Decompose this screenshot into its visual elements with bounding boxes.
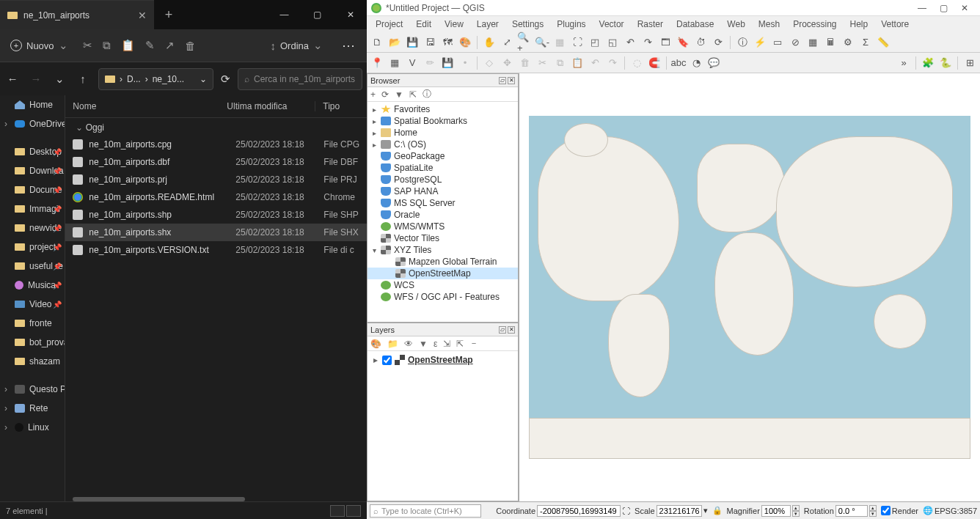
browser-item[interactable]: MS SQL Server	[368, 197, 518, 209]
new-map-icon[interactable]: 🗔	[658, 35, 673, 50]
menu-view[interactable]: View	[439, 18, 469, 31]
measure-icon[interactable]: 📏	[876, 35, 891, 50]
browser-item[interactable]: GeoPackage	[368, 150, 518, 162]
group-header[interactable]: Oggi	[65, 118, 367, 136]
file-row[interactable]: ne_10m_airports.shx25/02/2023 18:18File …	[65, 224, 367, 241]
pan-icon[interactable]: ✋	[482, 35, 497, 50]
zoom-in-icon[interactable]: 🔍+	[517, 35, 532, 50]
mag-input[interactable]	[761, 505, 791, 517]
browser-item[interactable]: SAP HANA	[368, 185, 518, 197]
plugin-icon[interactable]: 🧩	[921, 56, 935, 70]
add-group-icon[interactable]: 📁	[387, 339, 398, 349]
diagram-icon[interactable]: ◔	[689, 56, 703, 70]
add-vector-icon[interactable]: 📍	[370, 56, 384, 70]
digitize-icon[interactable]: ◌	[629, 56, 644, 70]
browser-item[interactable]: Mapzen Global Terrain	[368, 256, 518, 268]
zoom-last-icon[interactable]: ↶	[623, 35, 637, 50]
select-icon[interactable]: ▭	[770, 35, 785, 50]
recent-button[interactable]: ⌄	[51, 73, 67, 86]
file-row[interactable]: ne_10m_airports.dbf25/02/2023 18:18File …	[65, 153, 367, 171]
chevron-down-icon[interactable]: ▾	[703, 506, 708, 515]
close-button[interactable]: ✕	[961, 3, 968, 13]
spin-up-icon[interactable]: ▲	[869, 505, 877, 511]
refresh-browser-icon[interactable]: ⟳	[381, 89, 389, 100]
browser-item[interactable]: ▸C:\ (OS)	[368, 139, 518, 150]
menu-mesh[interactable]: Mesh	[753, 18, 786, 31]
zoom-layer-icon[interactable]: ◱	[605, 35, 620, 50]
deselect-icon[interactable]: ⊘	[788, 35, 802, 50]
menu-raster[interactable]: Raster	[632, 18, 669, 31]
processing-icon[interactable]: ⚙	[841, 35, 855, 50]
layout-icon[interactable]: 🗺	[440, 35, 455, 50]
spin-up-icon[interactable]: ▲	[792, 505, 800, 511]
browser-item[interactable]: OpenStreetMap	[368, 268, 518, 279]
snap-icon[interactable]: 🧲	[647, 56, 662, 70]
file-row[interactable]: ne_10m_airports.VERSION.txt25/02/2023 18…	[65, 241, 367, 259]
zoom-selection-icon[interactable]: ◰	[588, 35, 602, 50]
expand-icon[interactable]: ▸	[372, 355, 379, 365]
action-icon[interactable]: ⚡	[753, 35, 767, 50]
spin-down-icon[interactable]: ▼	[869, 511, 877, 517]
nav-item[interactable]: Desktop📌	[0, 142, 65, 161]
crs-field[interactable]: 🌐 EPSG:3857	[923, 506, 977, 515]
temporal-icon[interactable]: ⏱	[693, 35, 708, 50]
file-row[interactable]: ne_10m_airports.cpg25/02/2023 18:18File …	[65, 136, 367, 153]
browser-item[interactable]: WCS	[368, 279, 518, 291]
nav-item[interactable]: Linux	[0, 418, 65, 437]
sort-button[interactable]: ↕ Ordina ⌄	[266, 36, 327, 55]
nav-item[interactable]: OneDrive -	[0, 114, 65, 133]
browser-item[interactable]: WMS/WMTS	[368, 221, 518, 232]
close-window-button[interactable]: ✕	[334, 0, 367, 29]
pan-to-selection-icon[interactable]: ⤢	[500, 35, 514, 50]
browser-item[interactable]: ▸Home	[368, 127, 518, 139]
nav-item[interactable]: useful re📌	[0, 257, 65, 276]
zoom-out-icon[interactable]: 🔍-	[535, 35, 549, 50]
rename-icon[interactable]: ✎	[145, 39, 155, 52]
style-icon[interactable]: 🎨	[458, 35, 472, 50]
nav-item[interactable]: Rete	[0, 399, 65, 418]
nav-item[interactable]: Musica📌	[0, 276, 65, 295]
lock-scale-icon[interactable]: 🔒	[712, 506, 723, 515]
nav-item[interactable]: Video📌	[0, 295, 65, 314]
more-button[interactable]: ⋯	[342, 37, 356, 54]
minimize-button[interactable]: —	[918, 3, 926, 13]
vertex-icon[interactable]: ◇	[482, 56, 497, 70]
menu-plugins[interactable]: Plugins	[551, 18, 591, 31]
browser-item[interactable]: SpatiaLite	[368, 162, 518, 174]
menu-layer[interactable]: Layer	[471, 18, 505, 31]
menu-web[interactable]: Web	[721, 18, 750, 31]
menu-database[interactable]: Database	[670, 18, 720, 31]
close-panel-icon[interactable]: ✕	[508, 77, 515, 84]
save-icon[interactable]: 💾	[405, 35, 420, 50]
render-checkbox[interactable]	[881, 506, 891, 515]
paste-feature-icon[interactable]: 📋	[570, 56, 585, 70]
nav-item[interactable]: Home	[0, 95, 65, 114]
nav-item[interactable]: Questo PC	[0, 380, 65, 399]
browser-item[interactable]: ▸Spatial Bookmarks	[368, 115, 518, 127]
collapse-all-icon[interactable]: ⇱	[456, 339, 464, 349]
maximize-button[interactable]: ▢	[301, 0, 334, 29]
browser-item[interactable]: Vector Tiles	[368, 232, 518, 244]
col-name[interactable]: Nome	[73, 101, 227, 111]
expand-icon[interactable]: ▸	[370, 141, 378, 149]
add-layer-icon[interactable]: +	[370, 89, 376, 100]
save-as-icon[interactable]: 🖫	[423, 35, 437, 50]
layer-visibility-checkbox[interactable]	[382, 356, 392, 365]
locator-input[interactable]: ⌕ Type to locate (Ctrl+K)	[370, 504, 481, 518]
redo-icon[interactable]: ↷	[605, 56, 620, 70]
scale-input[interactable]	[657, 505, 702, 517]
search-box[interactable]: ⌕ Cerca in ne_10m_airports	[238, 68, 362, 90]
rot-input[interactable]	[835, 505, 868, 517]
remove-layer-icon[interactable]: －	[469, 337, 478, 350]
col-modified[interactable]: Ultima modifica	[227, 101, 315, 111]
add-feature-icon[interactable]: •	[458, 56, 472, 70]
menu-vector[interactable]: Vector	[593, 18, 630, 31]
map-canvas[interactable]	[519, 73, 980, 501]
col-type[interactable]: Tipo	[315, 101, 359, 111]
calc-icon[interactable]: 🖩	[823, 35, 838, 50]
add-raster-icon[interactable]: ▦	[387, 56, 402, 70]
move-icon[interactable]: ✥	[500, 56, 514, 70]
nav-item[interactable]: project📌	[0, 238, 65, 257]
undock-icon[interactable]: ▱	[499, 326, 506, 334]
share-icon[interactable]: ↗	[165, 39, 175, 52]
